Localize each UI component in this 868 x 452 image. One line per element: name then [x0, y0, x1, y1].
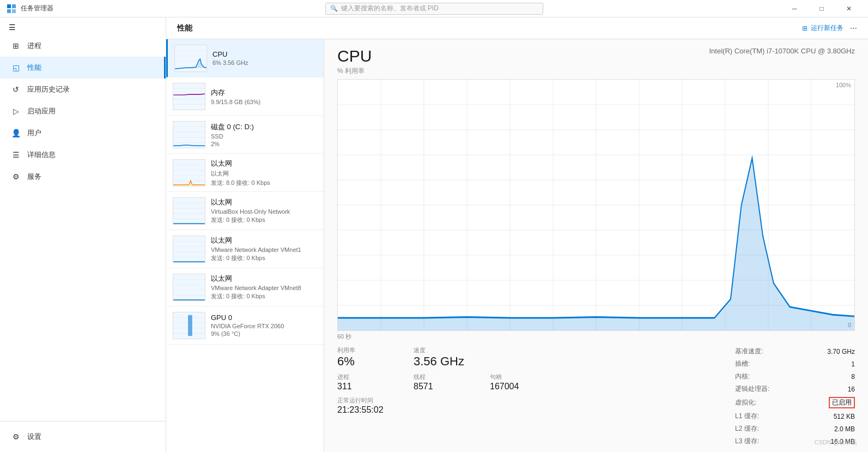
sidebar-item-app-history[interactable]: ↺ 应用历史记录: [0, 79, 166, 100]
device-item-disk0[interactable]: 磁盘 0 (C: D:) SSD 2%: [166, 116, 324, 154]
eth4-thumbnail: [173, 274, 205, 301]
close-button[interactable]: ✕: [836, 0, 861, 17]
cpu-name: CPU: [213, 50, 317, 58]
sidebar-item-services[interactable]: ⚙ 服务: [0, 166, 166, 188]
chart-time-label: 60 秒: [324, 331, 868, 341]
handles-label: 句柄: [490, 373, 544, 381]
sidebar-label-details: 详细信息: [27, 150, 56, 160]
svg-rect-14: [173, 122, 205, 148]
logical-label: 逻辑处理器:: [735, 384, 769, 394]
eth4-sub: VMware Network Adapter VMnet8: [211, 285, 317, 291]
detail-panel: CPU Intel(R) Core(TM) i7-10700K CPU @ 3.…: [324, 39, 868, 452]
stat-utilization: 利用率 6%: [337, 346, 392, 369]
content-area: 性能 ⊞ 运行新任务 ···: [166, 17, 868, 452]
info-logical: 逻辑处理器: 16: [735, 384, 855, 394]
stats-left: 利用率 6% 速度 3.56 GHz 进程: [337, 346, 735, 447]
stats-row-2: 进程 311 线程 8571 句柄 167004: [337, 373, 735, 391]
processes-icon: ⊞: [11, 41, 21, 50]
cpu-type-label: CPU: [337, 47, 372, 65]
detail-top: CPU Intel(R) Core(TM) i7-10700K CPU @ 3.…: [324, 39, 868, 65]
stat-uptime: 正常运行时间 21:23:55:02: [337, 396, 392, 415]
sidebar-item-processes[interactable]: ⊞ 进程: [0, 35, 166, 57]
info-l2: L2 缓存: 2.0 MB: [735, 424, 855, 434]
device-item-gpu0[interactable]: GPU 0 NVIDIA GeForce RTX 2060 9% (36 °C): [166, 306, 324, 345]
watermark: CSDN @秋予磊: [815, 438, 857, 447]
eth3-thumbnail: [173, 236, 205, 263]
eth1-sub: 以太网: [211, 170, 317, 178]
services-icon: ⚙: [11, 172, 21, 181]
svg-rect-3: [12, 9, 16, 13]
usage-label: % 利用率: [324, 65, 868, 79]
perf-header: 性能 ⊞ 运行新任务 ···: [166, 17, 868, 39]
info-l1: L1 缓存: 512 KB: [735, 411, 855, 421]
sidebar-item-details[interactable]: ☰ 详细信息: [0, 144, 166, 166]
logical-value: 16: [848, 385, 855, 393]
device-item-eth3[interactable]: 以太网 VMware Network Adapter VMnet1 发送: 0 …: [166, 230, 324, 268]
startup-icon: ▷: [11, 107, 21, 116]
eth4-name: 以太网: [211, 274, 317, 284]
window-controls: ─ □ ✕: [782, 0, 861, 17]
device-item-eth2[interactable]: 以太网 VirtualBox Host-Only Network 发送: 0 接…: [166, 192, 324, 230]
sidebar: ☰ ⊞ 进程 ◱ 性能 ↺ 应用历史记录 ▷ 启动应用 👤 用户: [0, 17, 166, 452]
eth1-stat: 发送: 8.0 接收: 0 Kbps: [211, 179, 317, 187]
l1-value: 512 KB: [834, 413, 855, 420]
sidebar-label-app-history: 应用历史记录: [27, 85, 70, 94]
l1-label: L1 缓存:: [735, 412, 759, 421]
sidebar-item-settings[interactable]: ⚙ 设置: [0, 426, 166, 448]
svg-rect-9: [173, 83, 205, 110]
maximize-button[interactable]: □: [809, 0, 834, 17]
stat-threads: 线程 8571: [414, 373, 468, 391]
minimize-button[interactable]: ─: [782, 0, 807, 17]
hamburger-icon[interactable]: ☰: [9, 23, 16, 32]
gpu0-info: GPU 0 NVIDIA GeForce RTX 2060 9% (36 °C): [211, 314, 317, 337]
sockets-value: 1: [851, 360, 855, 368]
main-container: ☰ ⊞ 进程 ◱ 性能 ↺ 应用历史记录 ▷ 启动应用 👤 用户: [0, 17, 868, 452]
sidebar-item-startup[interactable]: ▷ 启动应用: [0, 100, 166, 122]
eth2-sub: VirtualBox Host-Only Network: [211, 208, 317, 215]
l2-value: 2.0 MB: [834, 425, 855, 433]
sidebar-item-users[interactable]: 👤 用户: [0, 122, 166, 144]
memory-sub: 9.9/15.8 GB (63%): [211, 99, 317, 105]
stats-row-1: 利用率 6% 速度 3.56 GHz: [337, 346, 735, 369]
base-speed-value: 3.70 GHz: [827, 348, 855, 355]
disk0-stat: 2%: [211, 141, 317, 147]
svg-rect-29: [173, 236, 205, 262]
device-item-cpu[interactable]: CPU 6% 3.56 GHz: [166, 39, 324, 77]
cpu-sub: 6% 3.56 GHz: [213, 59, 317, 66]
eth2-name: 以太网: [211, 197, 317, 207]
sidebar-item-performance[interactable]: ◱ 性能: [0, 57, 166, 79]
svg-rect-24: [173, 198, 205, 224]
perf-title: 性能: [177, 23, 192, 33]
device-item-eth1[interactable]: 以太网 以太网 发送: 8.0 接收: 0 Kbps: [166, 154, 324, 192]
eth4-stat: 发送: 0 接收: 0 Kbps: [211, 292, 317, 300]
more-button[interactable]: ···: [850, 23, 857, 33]
eth1-info: 以太网 以太网 发送: 8.0 接收: 0 Kbps: [211, 159, 317, 187]
memory-info: 内存 9.9/15.8 GB (63%): [211, 88, 317, 105]
disk0-name: 磁盘 0 (C: D:): [211, 122, 317, 132]
svg-rect-1: [12, 4, 16, 8]
device-list: CPU 6% 3.56 GHz: [166, 39, 324, 452]
disk0-sub: SSD: [211, 133, 317, 140]
gpu0-sub: NVIDIA GeForce RTX 2060: [211, 323, 317, 329]
virtualization-label: 虚拟化:: [735, 398, 756, 407]
sidebar-label-settings: 设置: [27, 432, 41, 442]
utilization-label: 利用率: [337, 346, 392, 354]
eth2-thumbnail: [173, 197, 205, 225]
stats-area: 利用率 6% 速度 3.56 GHz 进程: [324, 341, 868, 452]
cpu-thumbnail: [174, 45, 207, 72]
run-task-button[interactable]: ⊞ 运行新任务: [802, 23, 843, 33]
sidebar-label-processes: 进程: [27, 41, 41, 51]
svg-rect-2: [7, 9, 11, 13]
threads-value: 8571: [414, 381, 468, 391]
device-item-memory[interactable]: 内存 9.9/15.8 GB (63%): [166, 77, 324, 116]
virtualization-value: 已启用: [829, 397, 855, 408]
info-sockets: 插槽: 1: [735, 359, 855, 369]
eth1-name: 以太网: [211, 159, 317, 168]
cores-value: 8: [851, 373, 855, 381]
search-placeholder: 键入要搜索的名称、发布者或 PID: [341, 4, 439, 13]
device-item-eth4[interactable]: 以太网 VMware Network Adapter VMnet8 发送: 0 …: [166, 268, 324, 306]
search-bar[interactable]: 🔍 键入要搜索的名称、发布者或 PID: [325, 3, 543, 15]
eth1-thumbnail: [173, 159, 205, 186]
cpu-info: CPU 6% 3.56 GHz: [213, 50, 317, 66]
sockets-label: 插槽:: [735, 359, 750, 369]
